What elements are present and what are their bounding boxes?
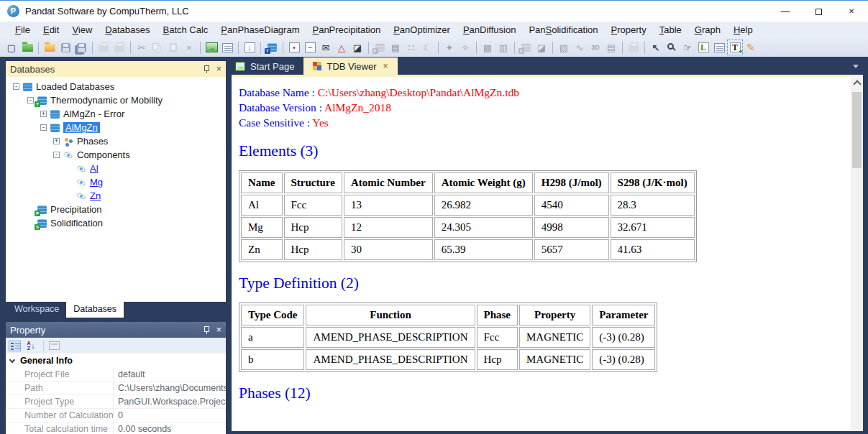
tab-tdb-viewer[interactable]: TDB Viewer ×	[303, 57, 397, 75]
open-file-icon[interactable]	[42, 40, 57, 55]
section-calc-icon[interactable]: ✉	[319, 40, 333, 55]
property-panel-header: Property ×	[6, 322, 226, 338]
property-row: Number of Calculation 0	[6, 409, 226, 423]
minimize-button[interactable]: —	[769, 1, 802, 22]
edit-pencil-icon[interactable]: ✎	[744, 40, 758, 55]
atom-icon	[76, 191, 86, 201]
tree-item-components[interactable]: - Components	[6, 148, 226, 162]
close-panel-icon[interactable]: ×	[216, 326, 221, 334]
close-panel-icon[interactable]: ×	[216, 65, 221, 73]
load-tdb-icon[interactable]: T	[265, 40, 279, 55]
save-all-icon[interactable]	[74, 40, 88, 55]
menu-databases[interactable]: Databases	[99, 24, 156, 35]
close-tab-icon[interactable]: ×	[383, 61, 388, 71]
expander-icon[interactable]: -	[40, 124, 47, 131]
selected-tree-label[interactable]: AlMgZn	[63, 122, 100, 133]
property-grid: General Info Project File default Path C…	[6, 354, 226, 434]
property-row: Project Type PanGUI.Workspace.Project.	[6, 395, 226, 409]
databases-panel-header: Databases ×	[6, 61, 226, 77]
close-button[interactable]: ×	[835, 1, 868, 22]
tree-item-phases[interactable]: + Phases	[6, 134, 226, 148]
tree-item-thermodynamic[interactable]: - T Thermodynamic or Mobility	[6, 93, 226, 107]
legend-tool-icon[interactable]: L	[696, 40, 711, 55]
print-preview-icon	[96, 40, 111, 55]
zoom-tool-icon[interactable]	[664, 40, 679, 55]
ternary-calc-icon[interactable]: △	[334, 40, 349, 55]
tab-workspace[interactable]: Workspace	[7, 302, 66, 318]
solidification-sim-icon: ◪	[534, 40, 549, 55]
categorized-view-icon[interactable]	[9, 341, 21, 351]
type-definition-table: Type Code Function Phase Property Parame…	[239, 303, 657, 372]
database-icon	[50, 110, 60, 119]
left-dock-tabs: Workspace Databases	[6, 302, 226, 318]
expander-icon[interactable]: +	[53, 138, 60, 144]
sort-alphabetical-icon[interactable]: AZ ↓	[24, 340, 38, 351]
tab-list-dropdown-icon[interactable]	[853, 65, 859, 68]
menu-file[interactable]: File	[9, 24, 37, 35]
property-list-icon[interactable]	[712, 40, 726, 55]
tree-item-almgzn-error[interactable]: + AlMgZn - Error	[6, 107, 226, 121]
menu-panoptimizer[interactable]: PanOptimizer	[387, 24, 457, 35]
tree-item-almgzn[interactable]: - AlMgZn	[6, 121, 226, 134]
tab-start-page[interactable]: → Start Page	[226, 57, 303, 75]
menu-batch-calc[interactable]: Batch Calc	[156, 24, 214, 35]
menu-table[interactable]: Table	[653, 24, 688, 35]
vertical-scrollbar[interactable]	[851, 75, 863, 431]
menu-pansolidification[interactable]: PanSolidification	[522, 24, 604, 35]
property-value[interactable]: PanGUI.Workspace.Project.	[114, 395, 226, 408]
menu-help[interactable]: Help	[727, 24, 759, 35]
menu-view[interactable]: View	[65, 24, 99, 35]
tree-item-solidification[interactable]: S Solidification	[6, 216, 226, 230]
menu-property[interactable]: Property	[605, 24, 653, 35]
property-value[interactable]: 0.00 seconds	[114, 423, 226, 434]
expander-icon[interactable]: -	[13, 83, 19, 90]
cct-diagram-icon: ☾	[420, 40, 434, 55]
tdb-database-icon: T	[37, 96, 47, 105]
save-icon[interactable]	[58, 40, 73, 55]
tree-item-precipitation[interactable]: P Precipitation	[6, 203, 226, 216]
batch-options-icon[interactable]	[220, 40, 234, 55]
property-group-general-info[interactable]: General Info	[6, 354, 226, 368]
menu-graph[interactable]: Graph	[688, 24, 727, 35]
pin-icon[interactable]	[202, 65, 210, 73]
property-row: Project File default	[6, 368, 226, 382]
tree-item-loaded-databases[interactable]: - Loaded Databases	[6, 80, 226, 93]
export-graph-icon: ▤	[604, 40, 618, 55]
open-workspace-icon[interactable]	[20, 40, 35, 55]
tab-databases[interactable]: Databases	[66, 302, 124, 318]
scroll-up-icon[interactable]	[853, 80, 861, 88]
toolbar: ▢ ✂ × → ↓ T • − ✉ △ ◪ P ▦ ∷ ☾ ✦ ✧ ▩	[0, 38, 868, 57]
property-value[interactable]: C:\Users\zhang\Documents\	[114, 382, 226, 394]
pan-tool-icon[interactable]: ☞	[680, 40, 695, 55]
tree-item-al[interactable]: Al	[6, 162, 226, 175]
expander-icon[interactable]: +	[40, 111, 47, 117]
tree-item-zn[interactable]: Zn	[6, 189, 226, 203]
property-panel-title: Property	[10, 325, 45, 336]
menu-edit[interactable]: Edit	[37, 24, 65, 35]
menu-panphasediagram[interactable]: PanPhaseDiagram	[214, 24, 306, 35]
property-row: Total calculation time 0.00 seconds	[6, 423, 226, 434]
menu-pandiffusion[interactable]: PanDiffusion	[457, 24, 522, 35]
scrollbar-thumb[interactable]	[852, 92, 862, 168]
contour-calc-icon[interactable]: ◪	[350, 40, 365, 55]
import-database-icon[interactable]: ↓	[242, 40, 257, 55]
new-project-icon[interactable]: ▢	[4, 40, 19, 55]
elements-heading: Elements (3)	[239, 142, 851, 160]
run-calculation-icon[interactable]: →	[204, 40, 219, 55]
menu-panprecipitation[interactable]: PanPrecipitation	[306, 24, 387, 35]
expander-icon[interactable]: -	[27, 97, 34, 103]
select-cursor-icon[interactable]: ↖	[649, 40, 663, 55]
line-calc-icon[interactable]: −	[303, 40, 317, 55]
case-sensitive-line: Case Sensitive : Yes	[239, 115, 851, 130]
point-calc-icon[interactable]: •	[287, 40, 301, 55]
add-text-icon[interactable]: T+	[728, 40, 742, 55]
property-value[interactable]: 0	[114, 409, 226, 422]
expander-icon[interactable]: -	[53, 152, 60, 158]
paste-icon	[166, 40, 181, 55]
databases-panel-title: Databases	[10, 64, 55, 75]
document-tab-bar: → Start Page TDB Viewer ×	[226, 57, 863, 75]
tree-item-mg[interactable]: Mg	[6, 175, 226, 189]
maximize-button[interactable]	[802, 1, 835, 22]
property-value[interactable]: default	[114, 368, 226, 381]
pin-icon[interactable]	[202, 326, 210, 334]
